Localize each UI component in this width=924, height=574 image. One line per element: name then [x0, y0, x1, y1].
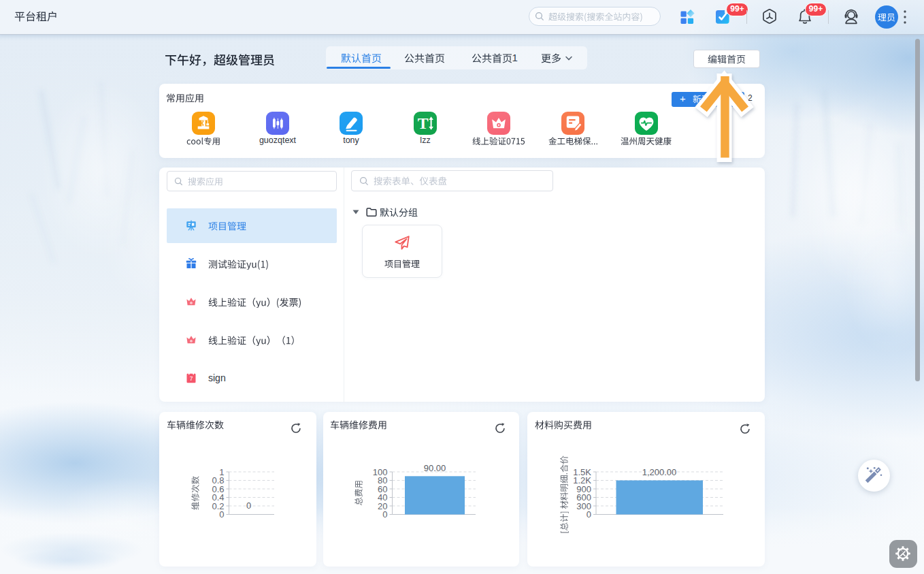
- svg-text:0: 0: [219, 509, 224, 520]
- svg-text:0: 0: [587, 509, 591, 520]
- svg-text:90.00: 90.00: [424, 463, 446, 473]
- svg-text:1,200.00: 1,200.00: [642, 467, 677, 477]
- svg-text:7: 7: [190, 375, 193, 382]
- svg-text:T: T: [418, 114, 429, 132]
- svg-text:0: 0: [246, 500, 251, 511]
- svg-text:0: 0: [382, 509, 387, 520]
